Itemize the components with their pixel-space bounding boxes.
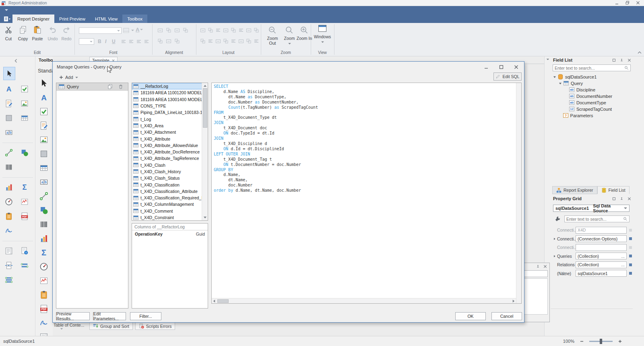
expander-icon[interactable] bbox=[553, 75, 556, 79]
chevron-left-icon[interactable] bbox=[14, 59, 17, 63]
ribbon-collapse-icon[interactable] bbox=[638, 51, 642, 54]
copy-button[interactable]: Copy bbox=[16, 25, 30, 41]
table-list-item[interactable]: t_X4D_Attachment bbox=[132, 129, 202, 135]
property-row-queries[interactable]: Queries(Collection)... bbox=[553, 253, 632, 260]
column-row[interactable]: OperationKey Guid bbox=[132, 230, 208, 237]
alignment-tool-icon[interactable] bbox=[157, 27, 163, 33]
qat-dropdown-icon[interactable] bbox=[5, 9, 8, 11]
app-menu-button[interactable] bbox=[2, 15, 12, 23]
cut-button[interactable]: Cut bbox=[2, 25, 15, 41]
alignment-tool-icon[interactable] bbox=[157, 38, 163, 44]
toolbox-tool-crossband-box[interactable] bbox=[4, 276, 13, 284]
expander-icon[interactable] bbox=[553, 255, 557, 258]
toolbox-tool-chart[interactable] bbox=[4, 183, 13, 192]
toolbox-item-line[interactable] bbox=[39, 191, 53, 202]
layout-tool-icon[interactable] bbox=[246, 38, 252, 44]
toolbox-item-gauge[interactable] bbox=[39, 262, 53, 272]
toolbox-item-subreport[interactable] bbox=[39, 332, 53, 336]
table-list-item[interactable]: CONS_TYPE bbox=[132, 103, 202, 109]
alignment-tool-icon[interactable] bbox=[165, 38, 172, 44]
toolbox-tool-toc[interactable] bbox=[4, 212, 13, 221]
undo-button[interactable]: Undo bbox=[46, 25, 60, 41]
toolbox-tool-barcode[interactable] bbox=[4, 163, 13, 172]
window-restore-icon[interactable] bbox=[625, 1, 630, 5]
window-minimize-icon[interactable] bbox=[615, 1, 619, 5]
window-close-icon[interactable] bbox=[636, 1, 640, 5]
layout-tool-icon[interactable] bbox=[207, 38, 214, 44]
toolbox-item-chart[interactable] bbox=[39, 234, 53, 244]
toolbox-item-sparkline[interactable] bbox=[39, 276, 53, 286]
toolbox-tool-charcomb[interactable]: ab bbox=[4, 128, 13, 137]
field-tree-node-Discipline[interactable]: abDiscipline bbox=[551, 87, 633, 93]
table-list-item[interactable]: 181169 AREA 13001400 MODEL RE... bbox=[132, 96, 202, 103]
scroll-left-icon[interactable] bbox=[213, 299, 215, 303]
scroll-down-icon[interactable] bbox=[203, 216, 207, 219]
wrench-icon[interactable] bbox=[555, 216, 561, 222]
edit-sql-button[interactable]: Edit SQL bbox=[493, 73, 522, 81]
alignment-tool-icon[interactable] bbox=[182, 27, 189, 33]
dialog-close-icon[interactable] bbox=[514, 65, 518, 69]
text-align-tool-icon[interactable] bbox=[143, 38, 150, 45]
toolbox-tool-checkbox[interactable] bbox=[20, 85, 29, 93]
dialog-titlebar[interactable]: Manage Queries - Query - Query bbox=[53, 62, 524, 72]
toolbox-item-charcomb[interactable]: ab bbox=[39, 177, 53, 188]
expander-icon[interactable] bbox=[553, 237, 557, 240]
toolbox-item-shape[interactable] bbox=[39, 205, 53, 216]
delete-query-icon[interactable] bbox=[118, 84, 123, 89]
toolbox-scroll-down-icon[interactable] bbox=[60, 328, 63, 330]
paste-button[interactable]: Paste bbox=[31, 25, 44, 41]
toolbox-item-richtext[interactable] bbox=[39, 121, 53, 131]
zoom-in-button[interactable]: Zoom In bbox=[296, 25, 312, 41]
scroll-right-icon[interactable] bbox=[512, 299, 515, 303]
sql-editor[interactable]: SELECT d.Name AS Discipline, dt.Name as … bbox=[211, 83, 522, 304]
bold-button[interactable]: B bbox=[98, 39, 101, 44]
table-list-item[interactable]: t_X4D_Classification bbox=[132, 181, 202, 188]
font-name-combo[interactable] bbox=[79, 27, 122, 34]
alignment-tool-icon[interactable] bbox=[165, 27, 172, 33]
table-list-item[interactable]: t_X4D_Constraint bbox=[132, 214, 202, 221]
property-value[interactable]: (Collection)... bbox=[576, 261, 627, 268]
toolbox-tool-signature[interactable] bbox=[4, 226, 13, 235]
pin-icon[interactable] bbox=[620, 197, 623, 201]
property-value[interactable]: (Connection Options) bbox=[576, 235, 627, 242]
toolbox-tool-pdf[interactable]: PDF bbox=[20, 212, 29, 221]
layout-tool-icon[interactable] bbox=[238, 27, 244, 33]
toolbox-item-pointer[interactable] bbox=[39, 79, 53, 89]
table-list-item[interactable]: Piping_DATA_LineList_100183-1100... bbox=[132, 109, 202, 116]
text-align-tool-icon[interactable] bbox=[120, 38, 127, 45]
property-grid-search-input[interactable] bbox=[566, 217, 623, 222]
toolbox-tool-table[interactable] bbox=[20, 114, 29, 122]
ok-button[interactable]: OK bbox=[455, 312, 486, 320]
pin-icon[interactable] bbox=[536, 265, 540, 268]
italic-button[interactable]: I bbox=[105, 39, 106, 44]
layout-tool-icon[interactable] bbox=[253, 38, 260, 44]
zoom-plus-icon[interactable] bbox=[618, 340, 622, 343]
table-list-item[interactable]: t_Log bbox=[132, 116, 202, 122]
table-list-item[interactable]: t_X4D_Attribute bbox=[132, 135, 202, 142]
toolbox-item-picture[interactable] bbox=[39, 135, 53, 145]
toolbox-tool-richtext[interactable] bbox=[4, 99, 13, 108]
filter-button[interactable]: Filter... bbox=[130, 312, 161, 320]
tab-report-designer[interactable]: Report Designer bbox=[12, 15, 54, 23]
table-list-item[interactable]: t_X4D_Attribute_DocReference bbox=[132, 149, 202, 155]
zoom-slider[interactable] bbox=[589, 341, 613, 342]
table-list-item[interactable]: __RefactorLog bbox=[132, 83, 202, 89]
tab-scripts-errors[interactable]: Scripts Errors bbox=[135, 322, 175, 330]
table-list-item[interactable]: t_X4D_Comment bbox=[132, 208, 202, 214]
property-row-connecti[interactable]: Connecti...X4D bbox=[553, 226, 632, 234]
toolbox-tool-line[interactable] bbox=[4, 148, 13, 157]
table-list-item[interactable]: t_X4D_Clash bbox=[132, 162, 202, 168]
scrollbar-thumb[interactable] bbox=[203, 88, 207, 128]
field-tree-node-DocumentType[interactable]: abDocumentType bbox=[551, 99, 633, 106]
close-icon[interactable] bbox=[627, 58, 631, 62]
layout-tool-icon[interactable] bbox=[200, 27, 206, 33]
back-color-button[interactable] bbox=[123, 27, 134, 33]
expander-icon[interactable] bbox=[559, 82, 562, 85]
layout-tool-icon[interactable] bbox=[230, 38, 237, 44]
property-value[interactable]: sqlDataSource1 bbox=[576, 270, 627, 277]
table-list-item[interactable]: t_X4D_Attribute_TagReference bbox=[132, 155, 202, 162]
tables-scrollbar[interactable] bbox=[202, 83, 208, 220]
layout-tool-icon[interactable] bbox=[253, 27, 260, 33]
toolbox-item-panel[interactable] bbox=[39, 149, 53, 160]
duplicate-query-icon[interactable] bbox=[107, 84, 113, 89]
